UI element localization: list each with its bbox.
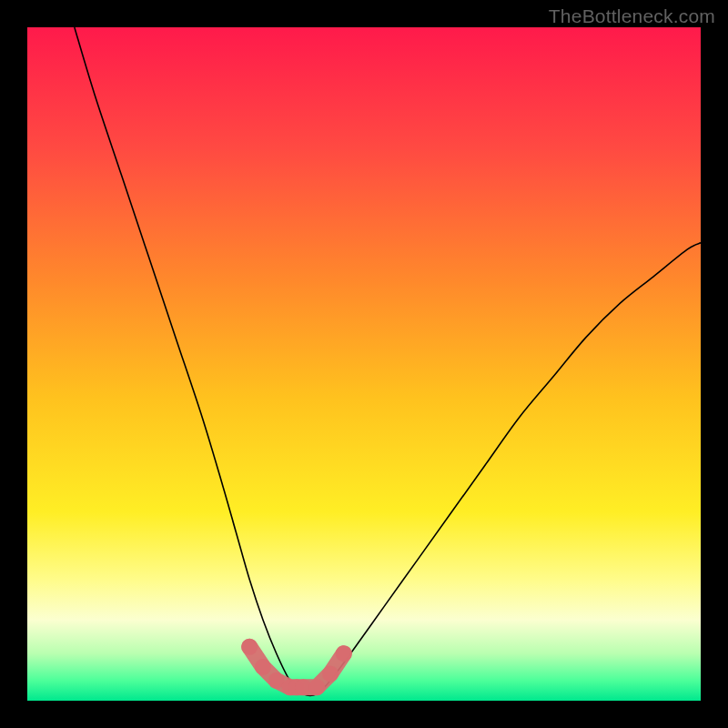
optimal-marker-dot — [322, 665, 339, 682]
optimal-marker-dot — [336, 645, 352, 662]
outer-frame: TheBottleneck.com — [0, 0, 728, 728]
optimal-marker-dot — [255, 659, 271, 675]
optimal-marker-dot — [241, 639, 258, 655]
chart-svg — [27, 27, 701, 701]
plot-area — [27, 27, 701, 701]
gradient-background — [27, 27, 701, 701]
optimal-marker-dot — [308, 679, 325, 695]
watermark-text: TheBottleneck.com — [549, 5, 715, 27]
